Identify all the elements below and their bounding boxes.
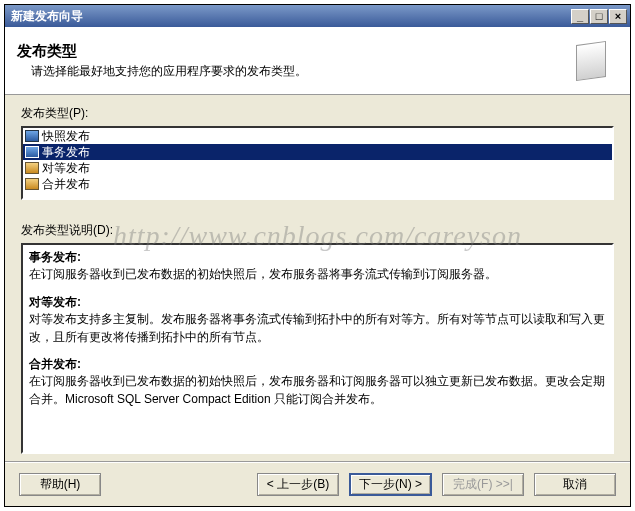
close-button[interactable]: ×	[609, 9, 627, 24]
list-item-label: 快照发布	[42, 128, 90, 145]
publication-icon	[25, 178, 39, 190]
desc-title: 对等发布:	[29, 295, 81, 309]
back-button[interactable]: < 上一步(B)	[257, 473, 339, 496]
finish-button: 完成(F) >>|	[442, 473, 524, 496]
help-button[interactable]: 帮助(H)	[19, 473, 101, 496]
list-item[interactable]: 事务发布	[23, 144, 612, 160]
next-button[interactable]: 下一步(N) >	[349, 473, 432, 496]
list-item-label: 事务发布	[42, 144, 90, 161]
window-title: 新建发布向导	[11, 8, 570, 25]
maximize-button[interactable]: □	[590, 9, 608, 24]
list-item[interactable]: 对等发布	[23, 160, 612, 176]
desc-body: 对等发布支持多主复制。发布服务器将事务流式传输到拓扑中的所有对等方。所有对等节点…	[29, 312, 605, 343]
wizard-header: 发布类型 请选择能最好地支持您的应用程序要求的发布类型。	[5, 27, 630, 95]
desc-title: 合并发布:	[29, 357, 81, 371]
button-bar: 帮助(H) < 上一步(B) 下一步(N) > 完成(F) >>| 取消	[5, 462, 630, 506]
titlebar: 新建发布向导 _ □ ×	[5, 5, 630, 27]
description-label: 发布类型说明(D):	[21, 222, 614, 239]
list-item-label: 合并发布	[42, 176, 90, 193]
minimize-button[interactable]: _	[571, 9, 589, 24]
cancel-button[interactable]: 取消	[534, 473, 616, 496]
page-title: 发布类型	[17, 42, 568, 61]
publication-icon	[25, 162, 39, 174]
desc-title: 事务发布:	[29, 250, 81, 264]
desc-body: 在订阅服务器收到已发布数据的初始快照后，发布服务器和订阅服务器可以独立更新已发布…	[29, 374, 605, 405]
list-item[interactable]: 快照发布	[23, 128, 612, 144]
page-subtitle: 请选择能最好地支持您的应用程序要求的发布类型。	[17, 63, 568, 80]
publication-icon	[25, 146, 39, 158]
description-box: 事务发布: 在订阅服务器收到已发布数据的初始快照后，发布服务器将事务流式传输到订…	[21, 243, 614, 454]
publication-type-label: 发布类型(P):	[21, 105, 614, 122]
list-item[interactable]: 合并发布	[23, 176, 612, 192]
publication-type-list[interactable]: 快照发布 事务发布 对等发布 合并发布	[21, 126, 614, 200]
wizard-icon	[568, 39, 612, 83]
desc-body: 在订阅服务器收到已发布数据的初始快照后，发布服务器将事务流式传输到订阅服务器。	[29, 267, 497, 281]
publication-icon	[25, 130, 39, 142]
list-item-label: 对等发布	[42, 160, 90, 177]
